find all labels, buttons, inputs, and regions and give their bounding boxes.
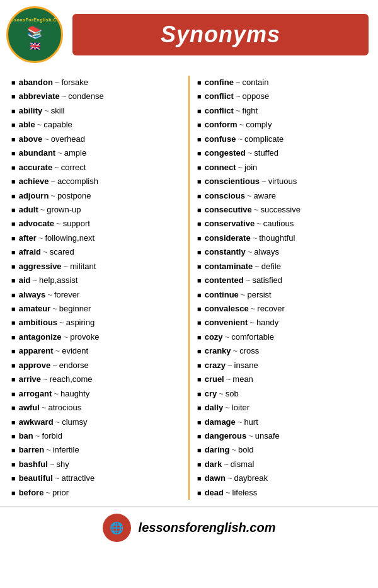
list-item: ■before ~ prior	[11, 486, 181, 499]
synonym: successive	[260, 203, 301, 216]
synonym: dismal	[231, 458, 255, 471]
word: cozy	[205, 330, 223, 343]
list-item: ■cranky ~ cross	[197, 344, 367, 357]
word: consecutive	[205, 203, 252, 216]
word: adult	[19, 203, 38, 216]
synonym: help,assist	[39, 274, 77, 287]
synonym: militant	[70, 260, 96, 273]
list-item: ■conscientious ~ virtuous	[197, 175, 367, 188]
bullet-icon: ■	[11, 275, 16, 286]
bullet-icon: ■	[11, 345, 16, 357]
synonym: correct	[61, 161, 86, 174]
synonym: sob	[226, 387, 239, 400]
bullet-icon: ■	[11, 147, 16, 159]
list-item: ■accurate ~ correct	[11, 161, 181, 174]
bullet-icon: ■	[197, 147, 202, 159]
bullet-icon: ■	[11, 388, 16, 400]
synonym: scared	[50, 245, 74, 258]
synonym: aware	[254, 189, 276, 202]
list-item: ■abundant ~ ample	[11, 146, 181, 159]
bullet-icon: ■	[197, 417, 202, 428]
word: conscious	[205, 189, 245, 202]
bullet-icon: ■	[11, 204, 16, 216]
word: conservative	[205, 217, 255, 230]
word: conflict	[205, 89, 234, 103]
synonym: endorse	[59, 359, 89, 372]
bullet-icon: ■	[197, 261, 202, 272]
list-item: ■aggressive ~ militant	[11, 260, 181, 273]
word: bashful	[19, 458, 48, 471]
synonym: beginner	[59, 302, 91, 315]
bullet-icon: ■	[197, 246, 202, 258]
word: abundant	[19, 146, 56, 159]
list-item: ■convalesce ~ recover	[197, 302, 367, 315]
bullet-icon: ■	[197, 275, 202, 286]
synonym: overhead	[51, 132, 85, 146]
list-item: ■conscious ~ aware	[197, 189, 367, 202]
word: dawn	[205, 471, 226, 485]
synonym: insane	[234, 359, 258, 372]
synonym: aspiring	[66, 316, 95, 329]
synonym: atrocious	[48, 401, 81, 414]
synonym: capable	[43, 118, 72, 131]
word: amateur	[19, 302, 51, 315]
bullet-icon: ■	[11, 417, 16, 428]
word: daring	[205, 443, 230, 456]
bullet-icon: ■	[197, 487, 202, 499]
footer-url[interactable]: lessonsforenglish.com	[139, 521, 276, 535]
word: conform	[205, 118, 238, 131]
list-item: ■consecutive ~ successive	[197, 203, 367, 216]
synonym: unsafe	[255, 429, 280, 442]
word: apparent	[19, 344, 54, 357]
word: constantly	[205, 245, 246, 258]
word: antagonize	[19, 330, 62, 343]
bullet-icon: ■	[11, 105, 16, 117]
word: always	[19, 288, 46, 301]
synonym: hurt	[244, 415, 258, 429]
list-item: ■confine ~ contain	[197, 76, 367, 89]
list-item: ■ambitious ~ aspiring	[11, 316, 181, 329]
list-item: ■constantly ~ always	[197, 245, 367, 258]
bullet-icon: ■	[11, 331, 16, 343]
bullet-icon: ■	[197, 105, 202, 117]
list-item: ■abandon ~ forsake	[11, 76, 181, 89]
synonym: oppose	[242, 89, 269, 103]
bullet-icon: ■	[197, 430, 202, 442]
word: able	[19, 118, 35, 131]
word: damage	[205, 415, 236, 429]
word: dangerous	[205, 429, 246, 442]
bullet-icon: ■	[11, 487, 16, 499]
list-item: ■abbreviate ~ condense	[11, 89, 181, 103]
bullet-icon: ■	[197, 77, 202, 88]
bullet-icon: ■	[11, 473, 16, 484]
books-icon: 📚	[6, 25, 63, 40]
synonym: comfortable	[231, 330, 274, 343]
bullet-icon: ■	[197, 402, 202, 413]
bullet-icon: ■	[11, 261, 16, 272]
list-item: ■approve ~ endorse	[11, 359, 181, 372]
list-item: ■contented ~ satisfied	[197, 274, 367, 287]
flag-icon: 🇬🇧	[30, 41, 40, 51]
word: convalesce	[205, 302, 249, 315]
synonym: loiter	[232, 401, 249, 414]
bullet-icon: ■	[11, 233, 16, 244]
list-item: ■conform ~ comply	[197, 118, 367, 131]
synonym: prior	[52, 486, 69, 499]
word: convenient	[205, 316, 248, 329]
list-item: ■dark ~ dismal	[197, 458, 367, 471]
synonym: accomplish	[57, 175, 98, 188]
list-item: ■connect ~ join	[197, 161, 367, 174]
list-item: ■dawn ~ daybreak	[197, 471, 367, 485]
bullet-icon: ■	[11, 374, 16, 385]
synonym: support	[63, 217, 90, 230]
bullet-icon: ■	[197, 218, 202, 229]
list-item: ■barren ~ infertile	[11, 443, 181, 456]
bullet-icon: ■	[197, 91, 202, 102]
word: conscientious	[205, 175, 260, 188]
list-item: ■able ~ capable	[11, 118, 181, 131]
bullet-icon: ■	[197, 345, 202, 357]
synonym: always	[254, 245, 279, 258]
synonym: virtuous	[268, 175, 297, 188]
synonym: daybreak	[234, 471, 267, 485]
synonym: comply	[246, 118, 272, 131]
